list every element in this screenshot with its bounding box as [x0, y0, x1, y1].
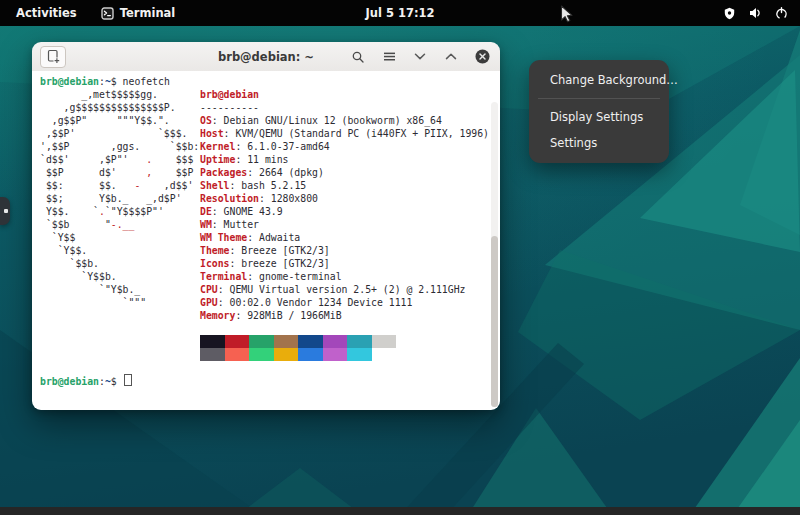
menu-item-display-settings[interactable]: Display Settings: [529, 104, 669, 130]
palette-swatch: [372, 348, 397, 361]
scrollbar-thumb[interactable]: [491, 236, 498, 407]
terminal-app-icon: [101, 7, 114, 20]
shell-prompt: brb@debian:~$: [40, 374, 500, 387]
palette-swatch: [323, 335, 348, 348]
ascii-art-line: `Y$$: [40, 231, 200, 244]
window-titlebar[interactable]: brb@debian: ~: [32, 42, 500, 72]
clock[interactable]: Jul 5 17:12: [365, 6, 434, 20]
menu-item-change-background[interactable]: Change Background…: [529, 67, 669, 93]
neofetch-field: Kernel: 6.1.0-37-amd64: [200, 140, 489, 153]
ascii-art-line: ',$$P ,ggs. `$$b:: [40, 140, 200, 153]
chevron-down-icon: [414, 51, 426, 62]
ascii-art-line: $$P d$' , $$P: [40, 166, 200, 179]
desktop-context-menu: Change Background…Display SettingsSettin…: [529, 60, 669, 163]
desktop-screen: Activities Terminal Jul 5 17:12: [0, 0, 800, 515]
neofetch-field: CPU: QEMU Virtual version 2.5+ (2) @ 2.1…: [200, 283, 489, 296]
palette-swatch: [298, 335, 323, 348]
ascii-art-line: _,met$$$$$gg.: [40, 88, 200, 101]
neofetch-output: _,met$$$$$gg. ,g$$$$$$$$$$$$$$$P. ,g$$P"…: [40, 88, 500, 361]
terminal-window: brb@debian: ~: [32, 42, 500, 410]
ascii-art-line: `Y$$.: [40, 244, 200, 257]
new-tab-icon: [46, 49, 60, 64]
blank-line: [40, 361, 500, 374]
palette-swatch: [225, 335, 250, 348]
maximize-button[interactable]: [442, 48, 460, 66]
neofetch-field: DE: GNOME 43.9: [200, 205, 489, 218]
command-line: brb@debian:~$ neofetch: [40, 75, 500, 88]
power-icon: [775, 7, 788, 20]
palette-swatch: [225, 348, 250, 361]
system-status-area[interactable]: [723, 7, 800, 20]
privacy-shield-icon: [723, 7, 736, 20]
palette-swatch: [372, 335, 397, 348]
neofetch-field: Icons: breeze [GTK2/3]: [200, 257, 489, 270]
neofetch-field: WM: Mutter: [200, 218, 489, 231]
ascii-art-line: ,$$P' `$$$.: [40, 127, 200, 140]
minimize-button[interactable]: [411, 48, 429, 66]
palette-swatch: [249, 348, 274, 361]
command-text: neofetch: [123, 76, 170, 87]
neofetch-field: WM Theme: Adwaita: [200, 231, 489, 244]
top-bar: Activities Terminal Jul 5 17:12: [0, 0, 800, 26]
neofetch-ascii-logo: _,met$$$$$gg. ,g$$$$$$$$$$$$$$$P. ,g$$P"…: [40, 88, 200, 309]
neofetch-palette-bottom: [200, 348, 489, 361]
close-icon: [475, 49, 490, 64]
palette-swatch: [298, 348, 323, 361]
neofetch-field: GPU: 00:02.0 Vendor 1234 Device 1111: [200, 296, 489, 309]
neofetch-info: brb@debian----------OS: Debian GNU/Linux…: [200, 88, 489, 361]
neofetch-field: Shell: bash 5.2.15: [200, 179, 489, 192]
ascii-art-line: Y$$. `.`"Y$$$$P"': [40, 205, 200, 218]
menu-item-settings[interactable]: Settings: [529, 130, 669, 156]
search-icon: [351, 50, 365, 64]
menu-button[interactable]: [380, 48, 398, 66]
ascii-art-line: `$$b.: [40, 257, 200, 270]
neofetch-field: Uptime: 11 mins: [200, 153, 489, 166]
palette-swatch: [249, 335, 274, 348]
neofetch-field: Packages: 2664 (dpkg): [200, 166, 489, 179]
neofetch-field: Memory: 928MiB / 1966MiB: [200, 309, 489, 322]
ascii-art-line: `$$b "-.__: [40, 218, 200, 231]
ascii-art-line: `Y$$b.: [40, 270, 200, 283]
ascii-art-line: `d$$' ,$P"' . $$$: [40, 153, 200, 166]
ascii-art-line: `"Y$b._: [40, 283, 200, 296]
palette-swatch: [274, 348, 299, 361]
screen-bottom-strip: [0, 507, 800, 515]
palette-swatch: [347, 335, 372, 348]
mouse-pointer: [560, 5, 576, 24]
terminal-scrollbar[interactable]: [491, 102, 498, 407]
palette-swatch: [200, 335, 225, 348]
palette-swatch: [274, 335, 299, 348]
neofetch-underline: ----------: [200, 101, 489, 114]
hamburger-icon: [383, 50, 396, 63]
window-title: brb@debian: ~: [218, 50, 314, 64]
edge-handle-dot: [4, 209, 8, 213]
ascii-art-line: $$: $$. - ,d$$': [40, 179, 200, 192]
activities-button[interactable]: Activities: [10, 4, 83, 22]
ascii-art-line: `""": [40, 296, 200, 309]
ascii-art-line: ,g$$$$$$$$$$$$$$$P.: [40, 101, 200, 114]
close-button[interactable]: [473, 48, 491, 66]
terminal-cursor: [124, 374, 132, 386]
app-menu-terminal[interactable]: Terminal: [101, 6, 176, 20]
palette-swatch: [200, 348, 225, 361]
volume-icon: [749, 7, 762, 19]
neofetch-field: Terminal: gnome-terminal: [200, 270, 489, 283]
neofetch-field: Theme: Breeze [GTK2/3]: [200, 244, 489, 257]
neofetch-user-host: brb@debian: [200, 88, 489, 101]
ascii-art-line: $$; Y$b._ _,d$P': [40, 192, 200, 205]
new-tab-button[interactable]: [40, 46, 66, 68]
neofetch-field: Resolution: 1280x800: [200, 192, 489, 205]
neofetch-field: OS: Debian GNU/Linux 12 (bookworm) x86_6…: [200, 114, 489, 127]
chevron-up-icon: [445, 51, 457, 62]
screen-edge-handle[interactable]: [0, 197, 10, 225]
search-button[interactable]: [349, 48, 367, 66]
palette-swatch: [347, 348, 372, 361]
ascii-art-line: ,g$$P" """Y$$.".: [40, 114, 200, 127]
app-menu-label: Terminal: [120, 6, 176, 20]
blank-line: [200, 322, 489, 335]
neofetch-field: Host: KVM/QEMU (Standard PC (i440FX + PI…: [200, 127, 489, 140]
terminal-content[interactable]: brb@debian:~$ neofetch _,met$$$$$gg. ,g$…: [32, 71, 500, 410]
neofetch-palette-top: [200, 335, 489, 348]
menu-separator: [538, 98, 660, 99]
palette-swatch: [323, 348, 348, 361]
